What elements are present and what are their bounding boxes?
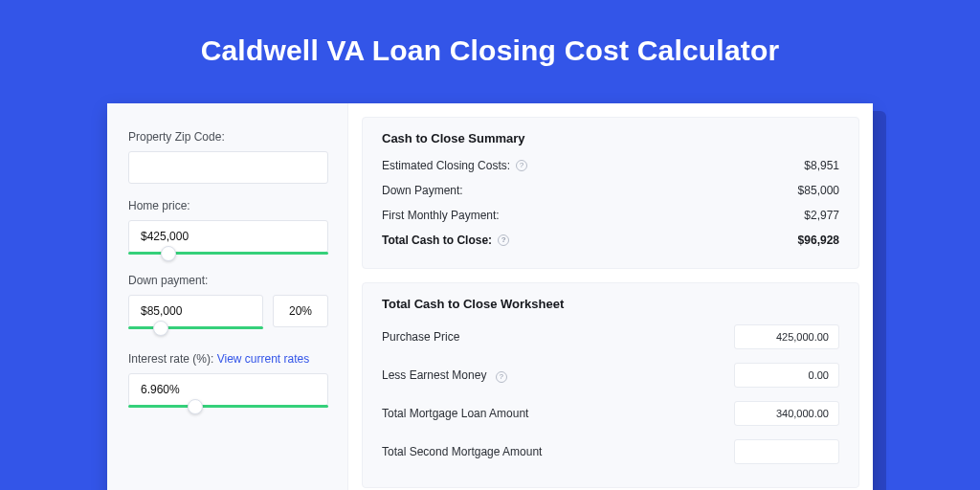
worksheet-row-label: Less Earnest Money [382,368,486,382]
help-icon[interactable]: ? [516,160,527,171]
summary-row-first-payment: First Monthly Payment: $2,977 [382,209,839,222]
page-title: Caldwell VA Loan Closing Cost Calculator [0,0,980,67]
down-payment-slider-track [128,326,263,329]
interest-slider[interactable] [128,373,328,406]
home-price-slider-track [128,252,328,255]
down-payment-pct-input[interactable] [273,295,328,327]
worksheet-row-mortgage-amount: Total Mortgage Loan Amount 340,000.00 [382,401,839,426]
worksheet-panel: Total Cash to Close Worksheet Purchase P… [362,282,859,488]
home-price-input[interactable] [128,220,328,253]
summary-heading: Cash to Close Summary [382,131,839,145]
summary-row-label: Estimated Closing Costs: [382,159,510,172]
worksheet-row-label: Purchase Price [382,330,459,344]
calculator-card: Property Zip Code: Home price: Down paym… [107,103,873,490]
page-background: Caldwell VA Loan Closing Cost Calculator… [0,0,980,490]
worksheet-row-value[interactable]: 340,000.00 [734,401,839,426]
summary-total-label: Total Cash to Close: [382,234,492,247]
results-main: Cash to Close Summary Estimated Closing … [348,103,873,490]
interest-label-row: Interest rate (%): View current rates [128,352,328,366]
interest-slider-track [128,405,328,408]
view-current-rates-link[interactable]: View current rates [217,352,310,366]
down-payment-slider[interactable] [128,295,263,327]
worksheet-row-second-mortgage: Total Second Mortgage Amount [382,439,839,464]
home-price-slider[interactable] [128,220,328,253]
down-payment-row [128,295,328,331]
summary-total-row: Total Cash to Close: ? $96,928 [382,234,839,247]
worksheet-row-value[interactable]: 0.00 [734,363,839,388]
down-payment-slider-thumb[interactable] [153,321,168,336]
worksheet-row-purchase-price: Purchase Price 425,000.00 [382,324,839,349]
zip-label: Property Zip Code: [128,130,328,144]
help-icon[interactable]: ? [498,234,509,246]
summary-panel: Cash to Close Summary Estimated Closing … [362,117,859,269]
zip-input[interactable] [128,151,328,184]
summary-row-value: $85,000 [798,184,839,197]
interest-slider-thumb[interactable] [188,399,203,414]
inputs-sidebar: Property Zip Code: Home price: Down paym… [107,103,348,490]
worksheet-row-label: Total Mortgage Loan Amount [382,407,528,420]
summary-row-value: $8,951 [804,159,839,172]
worksheet-row-label: Total Second Mortgage Amount [382,445,542,458]
worksheet-heading: Total Cash to Close Worksheet [382,297,839,311]
down-payment-input[interactable] [128,295,263,327]
home-price-label: Home price: [128,199,328,212]
summary-row-label: First Monthly Payment: [382,209,500,222]
worksheet-row-value[interactable] [734,439,839,464]
summary-row-label: Down Payment: [382,184,463,197]
worksheet-row-value[interactable]: 425,000.00 [734,324,839,349]
summary-row-closing-costs: Estimated Closing Costs: ? $8,951 [382,159,839,172]
home-price-slider-thumb[interactable] [161,246,176,261]
summary-row-down-payment: Down Payment: $85,000 [382,184,839,197]
summary-row-value: $2,977 [804,209,839,222]
down-payment-label: Down payment: [128,274,328,287]
interest-label: Interest rate (%): [128,352,217,366]
summary-total-value: $96,928 [798,234,839,247]
help-icon[interactable]: ? [496,371,507,383]
worksheet-row-earnest-money: Less Earnest Money ? 0.00 [382,363,839,388]
interest-input[interactable] [128,373,328,406]
